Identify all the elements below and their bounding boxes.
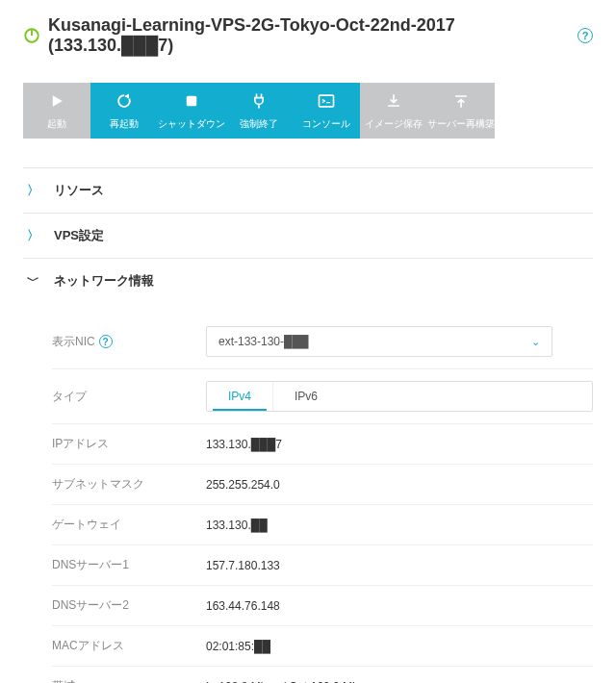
chevron-down-icon: ⌄	[531, 336, 540, 348]
nic-select[interactable]: ext-133-130-███ ⌄	[206, 326, 552, 357]
ip-value: 133.130.███7	[206, 438, 593, 451]
play-icon	[46, 90, 67, 112]
tab-ipv4[interactable]: IPv4	[207, 382, 272, 411]
subnet-label: サブネットマスク	[52, 476, 206, 493]
plug-icon	[248, 90, 270, 112]
accordion-resource[interactable]: 〉 リソース	[23, 167, 593, 213]
type-label: タイプ	[52, 389, 206, 405]
restart-label: 再起動	[110, 117, 139, 131]
shutdown-button[interactable]: シャットダウン	[158, 83, 225, 139]
help-icon[interactable]: ?	[99, 335, 113, 348]
action-toolbar: 起動 再起動 シャットダウン 強制終了 コンソール イメージ保存 サーバー再構築	[23, 83, 593, 139]
nic-selected-value: ext-133-130-███	[218, 335, 309, 348]
shutdown-label: シャットダウン	[158, 117, 225, 131]
mac-value: 02:01:85:██	[206, 640, 593, 653]
tab-ipv6[interactable]: IPv6	[272, 382, 339, 411]
chevron-down-icon: ﹀	[27, 272, 37, 290]
page-title-row: Kusanagi-Learning-VPS-2G-Tokyo-Oct-22nd-…	[23, 15, 593, 56]
snapshot-button[interactable]: イメージ保存	[360, 83, 427, 139]
start-button[interactable]: 起動	[23, 83, 90, 139]
snapshot-label: イメージ保存	[365, 117, 423, 131]
rebuild-button[interactable]: サーバー再構築	[427, 83, 495, 139]
restart-button[interactable]: 再起動	[90, 83, 158, 139]
page-title: Kusanagi-Learning-VPS-2G-Tokyo-Oct-22nd-…	[48, 15, 570, 56]
dns1-value: 157.7.180.133	[206, 559, 593, 572]
force-stop-button[interactable]: 強制終了	[225, 83, 293, 139]
accordion-network[interactable]: ﹀ ネットワーク情報	[23, 258, 593, 303]
accordion-network-label: ネットワーク情報	[54, 272, 154, 290]
accordion-vps[interactable]: 〉 VPS設定	[23, 213, 593, 258]
console-label: コンソール	[302, 117, 350, 131]
gateway-value: 133.130.██	[206, 519, 593, 532]
svg-rect-5	[320, 95, 334, 107]
svg-marker-2	[53, 95, 63, 107]
ip-type-tabs: IPv4 IPv6	[206, 381, 593, 412]
download-icon	[383, 90, 404, 112]
subnet-value: 255.255.254.0	[206, 478, 593, 492]
ip-label: IPアドレス	[52, 436, 206, 452]
svg-marker-3	[124, 94, 129, 99]
accordion-resource-label: リソース	[54, 182, 104, 199]
chevron-right-icon: 〉	[27, 227, 37, 244]
start-label: 起動	[47, 117, 66, 131]
refresh-icon	[114, 90, 135, 112]
dns1-label: DNSサーバー1	[52, 557, 206, 573]
terminal-icon	[316, 90, 337, 112]
upload-icon	[450, 90, 472, 112]
mac-label: MACアドレス	[52, 638, 206, 654]
chevron-right-icon: 〉	[27, 182, 37, 199]
rebuild-label: サーバー再構築	[427, 117, 495, 131]
power-icon	[23, 27, 40, 44]
dns2-label: DNSサーバー2	[52, 597, 206, 614]
accordion-vps-label: VPS設定	[54, 227, 104, 244]
network-panel: 表示NIC ? ext-133-130-███ ⌄ タイプ IPv4 IPv6 …	[23, 303, 593, 683]
console-button[interactable]: コンソール	[293, 83, 360, 139]
bandwidth-value: In 100.0 Mbps / Out 100.0 Mbps	[206, 680, 593, 684]
nic-label: 表示NIC ?	[52, 334, 206, 350]
stop-icon	[181, 90, 202, 112]
force-label: 強制終了	[240, 117, 278, 131]
bandwidth-label: 帯域	[52, 678, 206, 683]
help-icon[interactable]: ?	[578, 28, 593, 43]
svg-rect-4	[187, 96, 197, 107]
dns2-value: 163.44.76.148	[206, 599, 593, 613]
gateway-label: ゲートウェイ	[52, 517, 206, 533]
